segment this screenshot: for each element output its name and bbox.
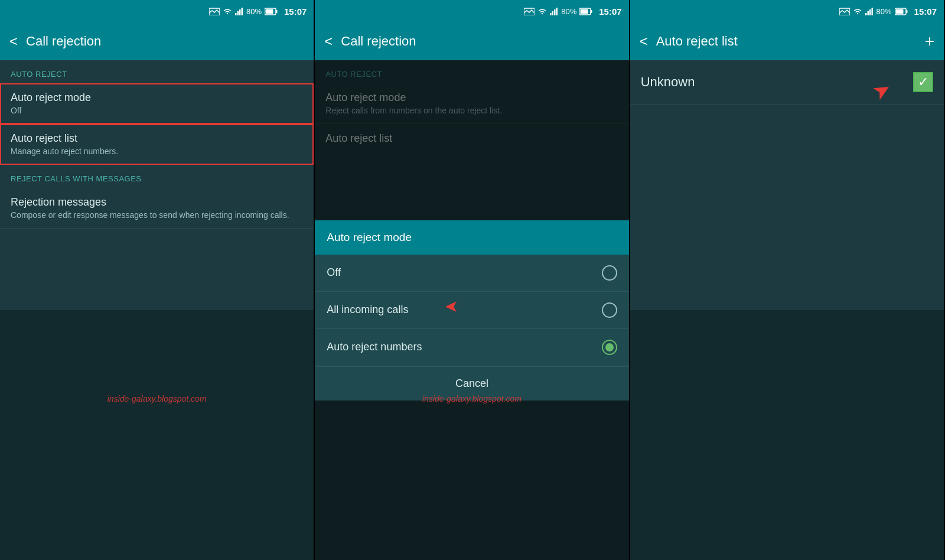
svg-rect-22 xyxy=(895,9,903,14)
status-icons-1: 80% 15:07 xyxy=(209,6,307,17)
top-bar-1: < Call rejection xyxy=(0,22,314,60)
gallery-icon-2 xyxy=(524,7,535,15)
svg-rect-4 xyxy=(241,8,243,15)
section-header-auto-reject-1: AUTO REJECT xyxy=(0,60,314,83)
auto-reject-mode-sub: Off xyxy=(11,106,303,115)
radio-auto-reject-numbers[interactable] xyxy=(602,340,617,355)
svg-rect-1 xyxy=(235,13,237,15)
page-title-1: Call rejection xyxy=(26,34,304,49)
status-icons-3: 80% 15:07 xyxy=(839,6,937,17)
checkmark-icon: ✓ xyxy=(918,74,928,90)
battery-icon-3 xyxy=(895,8,908,15)
svg-rect-14 xyxy=(581,9,588,14)
svg-rect-15 xyxy=(591,10,592,13)
signal-icon-3 xyxy=(865,7,874,15)
gallery-icon-3 xyxy=(839,7,850,15)
battery-icon-2 xyxy=(579,8,592,15)
wifi-icon-2 xyxy=(537,7,547,15)
top-bar-3: < Auto reject list + xyxy=(630,22,944,60)
rejection-messages-title: Rejection messages xyxy=(11,196,303,209)
back-button-2[interactable]: < xyxy=(324,33,333,50)
status-bar-3: 80% 15:07 xyxy=(630,0,944,22)
dialog-cancel-button[interactable]: Cancel xyxy=(315,366,628,401)
dialog-title: Auto reject mode xyxy=(315,220,628,255)
screen2-content: AUTO REJECT Auto reject mode Reject call… xyxy=(315,60,628,560)
dialog-option-auto-reject-numbers-label: Auto reject numbers xyxy=(327,341,422,353)
auto-reject-list-item[interactable]: Auto reject list Manage auto reject numb… xyxy=(0,124,314,165)
svg-rect-9 xyxy=(550,13,552,15)
svg-rect-7 xyxy=(276,10,277,13)
status-time-3: 15:07 xyxy=(914,6,937,17)
top-bar-2: < Call rejection xyxy=(315,22,628,60)
dialog-option-all-incoming[interactable]: All incoming calls ➤ xyxy=(315,292,628,329)
status-time-1: 15:07 xyxy=(284,6,307,17)
page-title-3: Auto reject list xyxy=(656,34,917,49)
unknown-label: Unknown xyxy=(641,74,695,90)
unknown-checkbox[interactable]: ✓ xyxy=(913,72,933,92)
svg-rect-19 xyxy=(869,9,871,15)
svg-rect-23 xyxy=(906,10,907,13)
svg-rect-2 xyxy=(237,11,239,15)
dialog-option-off[interactable]: Off xyxy=(315,255,628,292)
svg-rect-18 xyxy=(867,11,869,15)
add-button[interactable]: + xyxy=(925,32,934,51)
battery-label-3: 80% xyxy=(876,7,892,16)
svg-rect-17 xyxy=(865,13,867,15)
auto-reject-list-title: Auto reject list xyxy=(11,132,303,145)
dialog-option-off-label: Off xyxy=(327,266,341,279)
rejection-messages-item[interactable]: Rejection messages Compose or edit respo… xyxy=(0,188,314,229)
signal-icon-1 xyxy=(235,7,243,15)
dialog-box: Auto reject mode Off All incoming calls … xyxy=(315,220,628,401)
svg-rect-20 xyxy=(871,8,873,15)
screen3: 80% 15:07 < Auto reject list + Unknown ✓… xyxy=(630,0,945,560)
auto-reject-mode-item[interactable]: Auto reject mode Off xyxy=(0,83,314,124)
page-title-2: Call rejection xyxy=(341,34,619,49)
dialog-overlay: Auto reject mode Off All incoming calls … xyxy=(315,60,628,560)
status-icons-2: 80% 15:07 xyxy=(524,6,621,17)
auto-reject-list-sub: Manage auto reject numbers. xyxy=(11,146,303,156)
back-button-3[interactable]: < xyxy=(640,33,648,50)
battery-icon-1 xyxy=(265,8,278,15)
svg-rect-12 xyxy=(556,8,558,15)
wifi-icon-1 xyxy=(223,7,232,15)
content-1: AUTO REJECT Auto reject mode Off Auto re… xyxy=(0,60,314,310)
battery-label-1: 80% xyxy=(246,7,262,16)
screen1: 80% 15:07 < Call rejection AUTO REJECT A… xyxy=(0,0,315,560)
battery-label-2: 80% xyxy=(561,7,576,16)
content-3: Unknown ✓ ➤ xyxy=(630,60,944,310)
red-arrow-all-incoming: ➤ xyxy=(445,297,458,316)
dialog-option-all-incoming-label: All incoming calls xyxy=(327,304,408,316)
svg-rect-10 xyxy=(552,11,554,15)
dialog-option-auto-reject-numbers[interactable]: Auto reject numbers xyxy=(315,329,628,366)
radio-inner-selected xyxy=(605,343,614,351)
signal-icon-2 xyxy=(550,7,558,15)
screen1-lower-bg xyxy=(0,310,314,560)
screen2: 80% 15:07 < Call rejection AUTO REJECT A… xyxy=(315,0,630,560)
section-header-reject-messages: REJECT CALLS WITH MESSAGES xyxy=(0,165,314,188)
unknown-row[interactable]: Unknown ✓ xyxy=(630,60,944,105)
rejection-messages-sub: Compose or edit response messages to sen… xyxy=(11,210,303,220)
radio-off[interactable] xyxy=(602,265,617,281)
back-button-1[interactable]: < xyxy=(9,33,18,50)
status-bar-1: 80% 15:07 xyxy=(0,0,314,22)
svg-rect-6 xyxy=(265,9,273,14)
status-time-2: 15:07 xyxy=(599,6,621,17)
auto-reject-mode-title: Auto reject mode xyxy=(11,92,303,104)
radio-all-incoming[interactable] xyxy=(602,302,617,318)
status-bar-2: 80% 15:07 xyxy=(315,0,628,22)
screen3-lower-bg xyxy=(630,310,944,560)
wifi-icon-3 xyxy=(853,7,862,15)
svg-rect-11 xyxy=(554,9,556,15)
svg-rect-3 xyxy=(239,9,241,15)
gallery-icon-1 xyxy=(209,7,220,15)
